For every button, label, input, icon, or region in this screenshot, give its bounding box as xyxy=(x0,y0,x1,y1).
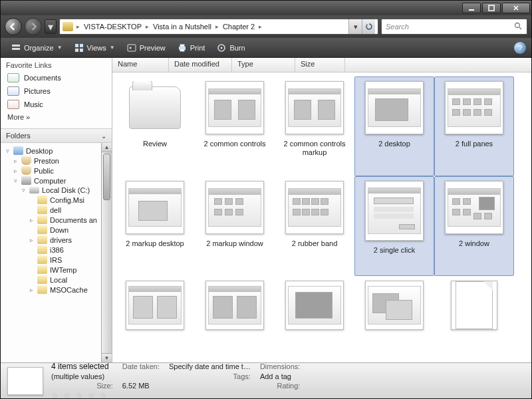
svg-rect-5 xyxy=(12,48,20,50)
col-name[interactable]: Name xyxy=(112,58,169,72)
breadcrumb-seg-2[interactable]: Vista in a Nutshell xyxy=(150,23,214,31)
close-button[interactable] xyxy=(502,3,530,13)
folders-header-label: Folders xyxy=(6,132,31,140)
tree-desktop[interactable]: ▿Desktop xyxy=(1,146,101,156)
thumbnail-icon xyxy=(208,188,261,227)
favorite-pictures[interactable]: Pictures xyxy=(1,84,112,98)
tree-node[interactable]: ▹drivers xyxy=(1,235,101,245)
maximize-button[interactable] xyxy=(482,3,501,13)
expand-icon[interactable]: ▹ xyxy=(13,168,19,174)
file-item[interactable] xyxy=(354,276,434,336)
folders-header[interactable]: Folders ⌄ xyxy=(1,128,112,143)
preview-button[interactable]: Preview xyxy=(122,41,171,55)
address-bar[interactable]: ▸ VISTA-DESKTOP ▸ Vista in a Nutshell ▸ … xyxy=(59,19,378,35)
tree-node[interactable]: IWTemp xyxy=(1,265,101,275)
file-item[interactable]: 2 desktop xyxy=(354,76,434,176)
column-headers: Name Date modified Type Size xyxy=(112,58,531,72)
details-title: 4 items selected xyxy=(51,362,113,371)
scroll-down-icon[interactable]: ▼ xyxy=(102,353,112,362)
file-label: 2 markup window xyxy=(206,239,263,248)
file-item[interactable]: 2 common controls markup xyxy=(275,76,354,176)
preview-icon xyxy=(127,43,136,53)
tree-preston[interactable]: ▹Preston xyxy=(1,156,101,166)
file-list[interactable]: Review 2 common controls 2 common contro… xyxy=(112,72,531,362)
tree-label: Local xyxy=(50,276,67,284)
preview-label: Preview xyxy=(140,44,166,52)
expand-icon[interactable]: ▹ xyxy=(29,217,35,223)
address-dropdown[interactable]: ▾ xyxy=(348,19,362,34)
file-item[interactable] xyxy=(275,276,354,336)
file-item[interactable] xyxy=(434,276,514,336)
chevron-icon[interactable]: ▸ xyxy=(214,23,220,30)
burn-button[interactable]: Burn xyxy=(211,41,250,55)
print-button[interactable]: Print xyxy=(172,41,211,55)
help-button[interactable]: ? xyxy=(514,42,526,54)
file-item[interactable]: Review xyxy=(115,76,195,176)
forward-button[interactable] xyxy=(25,18,42,35)
tree-computer[interactable]: ▿Computer xyxy=(1,176,101,186)
expand-icon[interactable]: ▿ xyxy=(21,187,27,194)
folder-icon xyxy=(37,205,47,214)
search-input[interactable]: Search xyxy=(381,19,527,35)
tree-node[interactable]: Local xyxy=(1,275,101,285)
expand-icon[interactable]: ▹ xyxy=(29,237,35,243)
rating-stars[interactable]: ☆ ☆ ☆ ☆ ☆ xyxy=(51,391,113,400)
dimensions-value: (multiple values) xyxy=(51,372,113,380)
content-pane: Name Date modified Type Size Review 2 co… xyxy=(112,58,531,362)
file-item[interactable] xyxy=(115,276,195,336)
tags-value[interactable]: Add a tag xyxy=(260,372,301,380)
tree-label: Down xyxy=(50,226,68,234)
tree-scrollbar[interactable]: ▲ ▼ xyxy=(101,143,112,362)
col-type[interactable]: Type xyxy=(232,58,295,72)
tree-node[interactable]: ▹MSOCache xyxy=(1,285,101,295)
file-item[interactable]: 2 window xyxy=(434,176,514,276)
star-icon[interactable]: ☆ ☆ ☆ ☆ ☆ xyxy=(51,391,108,400)
file-item[interactable]: 2 single click xyxy=(354,176,434,276)
tree-node[interactable]: dell xyxy=(1,205,101,215)
tree-localdisk[interactable]: ▿Local Disk (C:) xyxy=(1,186,101,195)
tree-node[interactable]: Down xyxy=(1,225,101,235)
file-item[interactable]: 2 common controls xyxy=(195,76,275,176)
chevron-icon[interactable]: ▸ xyxy=(75,23,81,30)
favorite-music[interactable]: Music xyxy=(1,98,112,111)
expand-icon[interactable]: ▿ xyxy=(5,148,11,154)
file-item[interactable]: 2 rubber band xyxy=(275,176,354,276)
views-button[interactable]: Views ▼ xyxy=(69,41,120,55)
file-item[interactable] xyxy=(195,276,275,336)
breadcrumb-seg-1[interactable]: VISTA-DESKTOP xyxy=(81,23,144,31)
tree-node[interactable]: ▹Documents an xyxy=(1,215,101,225)
favorite-label: Documents xyxy=(24,74,61,82)
file-item[interactable]: 2 full panes xyxy=(434,76,514,176)
recent-dropdown[interactable]: ▾ xyxy=(45,19,57,34)
file-label: 2 rubber band xyxy=(292,239,338,248)
tree-public[interactable]: ▹Public xyxy=(1,166,101,176)
file-item[interactable]: 2 markup window xyxy=(195,176,275,276)
svg-rect-14 xyxy=(180,49,184,51)
tree-node[interactable]: IRS xyxy=(1,255,101,265)
file-item[interactable]: 2 markup desktop xyxy=(115,176,195,276)
refresh-button[interactable] xyxy=(362,19,375,34)
chevron-icon[interactable]: ▸ xyxy=(144,23,150,30)
organize-button[interactable]: Organize ▼ xyxy=(6,41,68,55)
scroll-up-icon[interactable]: ▲ xyxy=(102,143,112,152)
breadcrumb-seg-3[interactable]: Chapter 2 xyxy=(220,23,257,31)
tree-label: dell xyxy=(50,206,61,214)
favorite-more[interactable]: More » xyxy=(1,111,112,123)
col-size[interactable]: Size xyxy=(295,58,345,72)
chevron-icon[interactable]: ▸ xyxy=(257,23,263,30)
tree-node[interactable]: i386 xyxy=(1,245,101,255)
folder-icon xyxy=(37,225,47,234)
back-button[interactable] xyxy=(5,18,22,35)
minimize-button[interactable] xyxy=(462,3,481,13)
col-date[interactable]: Date modified xyxy=(169,58,232,72)
scroll-thumb[interactable] xyxy=(103,154,110,200)
expand-icon[interactable]: ▹ xyxy=(29,287,35,293)
expand-icon[interactable]: ▹ xyxy=(13,158,19,164)
date-taken-value[interactable]: Specify date and time t… xyxy=(169,362,251,370)
tree-node[interactable]: Config.Msi xyxy=(1,195,101,205)
command-bar: Organize ▼ Views ▼ Preview Print Burn ? xyxy=(1,38,531,58)
favorite-documents[interactable]: Documents xyxy=(1,71,112,84)
tree-label: Computer xyxy=(34,177,66,185)
thumbnail-icon xyxy=(208,286,261,325)
expand-icon[interactable]: ▿ xyxy=(13,178,19,184)
